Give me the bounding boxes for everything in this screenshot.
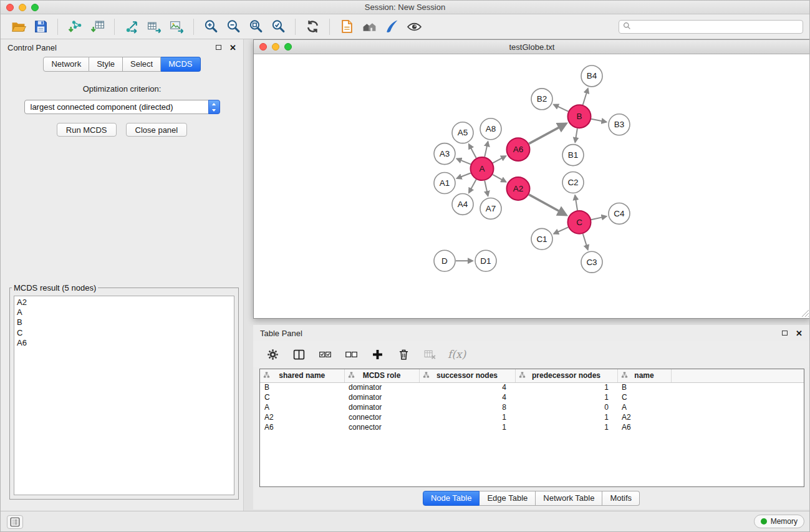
style-icon[interactable] (380, 17, 403, 37)
graph-node-A[interactable]: A (471, 157, 494, 180)
float-panel-icon[interactable] (782, 331, 788, 336)
table-cell[interactable]: 4 (419, 392, 515, 402)
run-mcds-button[interactable]: Run MCDS (57, 123, 117, 137)
mcds-result-item[interactable]: B (17, 317, 231, 327)
table-cell[interactable]: connector (344, 422, 419, 432)
graph-edge-A-A7[interactable] (485, 181, 488, 196)
close-panel-icon[interactable]: ✕ (229, 44, 236, 52)
table-cell[interactable]: 1 (419, 422, 515, 432)
split-panel-icon[interactable] (291, 346, 307, 362)
select-all-icon[interactable] (317, 346, 333, 362)
import-network-icon[interactable] (64, 17, 86, 37)
graph-node-A1[interactable]: A1 (434, 173, 455, 194)
graph-node-B3[interactable]: B3 (609, 114, 630, 135)
tab-node-table[interactable]: Node Table (423, 491, 480, 506)
graph-node-D[interactable]: D (434, 250, 455, 271)
export-table-icon[interactable] (143, 17, 165, 37)
network-close-button[interactable] (259, 43, 267, 51)
table-cell[interactable]: B (617, 382, 671, 392)
graph-node-A5[interactable]: A5 (452, 122, 473, 143)
zoom-fit-icon[interactable] (244, 17, 267, 37)
gear-icon[interactable] (264, 346, 281, 362)
table-cell[interactable]: A2 (617, 412, 671, 422)
tab-network[interactable]: Network (43, 57, 89, 72)
graph-node-C2[interactable]: C2 (562, 172, 584, 193)
tab-network-table[interactable]: Network Table (536, 491, 602, 506)
zoom-selected-icon[interactable] (267, 17, 289, 37)
table-cell[interactable]: connector (344, 412, 419, 422)
mcds-result-item[interactable]: A (17, 307, 231, 317)
resize-handle-icon[interactable] (801, 309, 809, 317)
mcds-result-item[interactable]: A2 (17, 297, 231, 307)
zoom-out-icon[interactable] (222, 17, 244, 37)
table-cell[interactable]: 1 (515, 422, 617, 432)
save-icon[interactable] (29, 17, 52, 37)
table-cell[interactable]: A (617, 402, 671, 412)
delete-row-icon[interactable] (395, 346, 412, 362)
tab-edge-table[interactable]: Edge Table (480, 491, 536, 506)
graph-edge-C-C3[interactable] (583, 234, 588, 249)
table-row[interactable]: Bdominator41B (260, 382, 804, 392)
table-cell[interactable]: A2 (260, 412, 344, 422)
task-history-button[interactable] (7, 515, 23, 529)
tab-mcds[interactable]: MCDS (161, 57, 200, 72)
search-box[interactable] (619, 20, 803, 34)
tab-style[interactable]: Style (89, 57, 123, 72)
table-row[interactable]: A2connector11A2 (260, 412, 804, 422)
table-cell[interactable]: A6 (260, 422, 344, 432)
network-window[interactable]: testGlobe.txt AA1A2A3A4A5A6A7A8BB1B2B3B4… (253, 39, 810, 319)
mcds-result-list[interactable]: A2ABCA6 (14, 296, 234, 495)
graph-edge-A-A3[interactable] (457, 158, 471, 164)
network-graph[interactable]: AA1A2A3A4A5A6A7A8BB1B2B3B4CC1C2C3C4DD1 (254, 55, 810, 318)
graph-node-B4[interactable]: B4 (581, 65, 602, 87)
graph-edge-C-C1[interactable] (554, 227, 568, 233)
table-cell[interactable]: 8 (419, 402, 515, 412)
graph-node-A6[interactable]: A6 (507, 138, 530, 161)
table-cell[interactable]: 1 (515, 382, 617, 392)
graph-node-B[interactable]: B (568, 105, 591, 128)
column-header-MCDS-role[interactable]: MCDS role (344, 369, 419, 382)
deselect-all-icon[interactable] (343, 346, 359, 362)
table-cell[interactable]: 1 (419, 412, 515, 422)
network-minimize-button[interactable] (272, 43, 279, 51)
graph-edge-B-B4[interactable] (583, 89, 588, 105)
network-window-titlebar[interactable]: testGlobe.txt (254, 40, 810, 54)
add-row-icon[interactable] (369, 346, 385, 362)
eye-icon[interactable] (403, 17, 425, 37)
tab-motifs[interactable]: Motifs (602, 491, 640, 506)
graph-node-B1[interactable]: B1 (562, 145, 584, 166)
graph-edge-A-A4[interactable] (469, 180, 476, 193)
graph-node-A7[interactable]: A7 (480, 198, 501, 219)
graph-edge-C-C4[interactable] (591, 216, 607, 220)
graph-edge-A-A6[interactable] (493, 156, 506, 163)
graph-edge-A-A5[interactable] (469, 144, 476, 158)
mcds-result-item[interactable]: A6 (17, 338, 231, 348)
close-panel-button[interactable]: Close panel (126, 123, 188, 137)
graph-edge-A2-C[interactable] (529, 195, 566, 215)
graph-node-C4[interactable]: C4 (609, 203, 630, 224)
graph-edge-B-B2[interactable] (554, 105, 568, 112)
open-icon[interactable] (7, 17, 29, 37)
memory-button[interactable]: Memory (754, 515, 804, 528)
mcds-result-item[interactable]: C (17, 328, 231, 338)
export-network-icon[interactable] (120, 17, 143, 37)
graph-edge-C-C2[interactable] (575, 195, 577, 210)
column-header-predecessor-nodes[interactable]: predecessor nodes (515, 369, 617, 382)
close-panel-icon[interactable]: ✕ (796, 329, 803, 337)
column-header-name[interactable]: name (617, 369, 671, 382)
table-cell[interactable]: 4 (419, 382, 515, 392)
refresh-icon[interactable] (301, 17, 324, 37)
graph-node-A4[interactable]: A4 (452, 193, 473, 215)
graph-node-A2[interactable]: A2 (507, 177, 530, 200)
graph-node-C[interactable]: C (568, 211, 591, 234)
graph-node-D1[interactable]: D1 (475, 250, 496, 271)
import-table-icon[interactable] (86, 17, 108, 37)
float-panel-icon[interactable] (216, 45, 221, 50)
graph-node-A3[interactable]: A3 (434, 143, 455, 165)
zoom-in-icon[interactable] (200, 17, 222, 37)
table-row[interactable]: A6connector11A6 (260, 422, 804, 432)
table-cell[interactable]: dominator (344, 382, 419, 392)
table-cell[interactable]: C (260, 392, 344, 402)
table-cell[interactable]: 0 (515, 402, 617, 412)
column-header-successor-nodes[interactable]: successor nodes (419, 369, 515, 382)
